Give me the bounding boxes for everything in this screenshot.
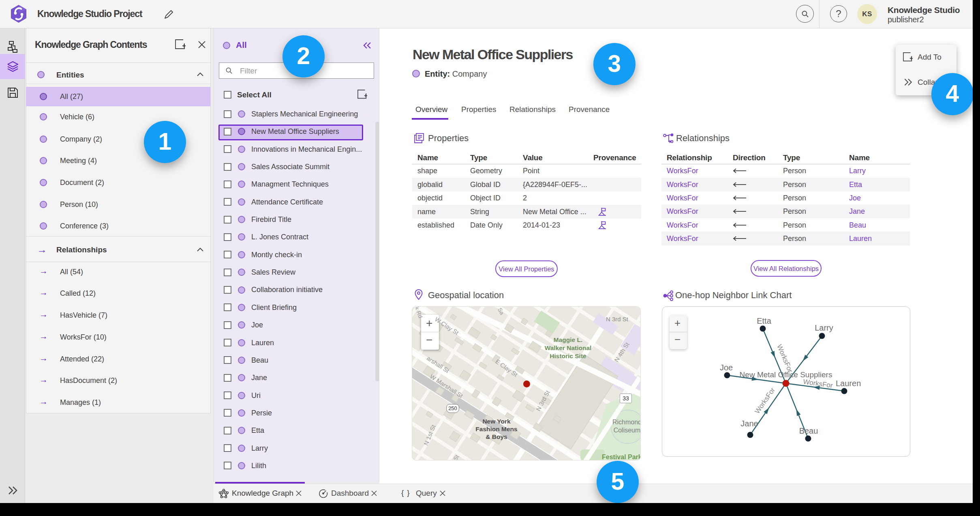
svg-text:Lauren: Lauren — [836, 379, 861, 388]
svg-text:Joe: Joe — [720, 363, 733, 372]
svg-text:WorksFor: WorksFor — [753, 386, 777, 415]
svg-text:WorksFor: WorksFor — [775, 343, 794, 374]
svg-text:New Metal Office Suppliers: New Metal Office Suppliers — [740, 370, 832, 379]
svg-text:Etta: Etta — [757, 316, 771, 325]
svg-text:Larry: Larry — [815, 323, 833, 332]
svg-text:Jane: Jane — [740, 419, 758, 428]
svg-text:Beau: Beau — [799, 426, 818, 435]
